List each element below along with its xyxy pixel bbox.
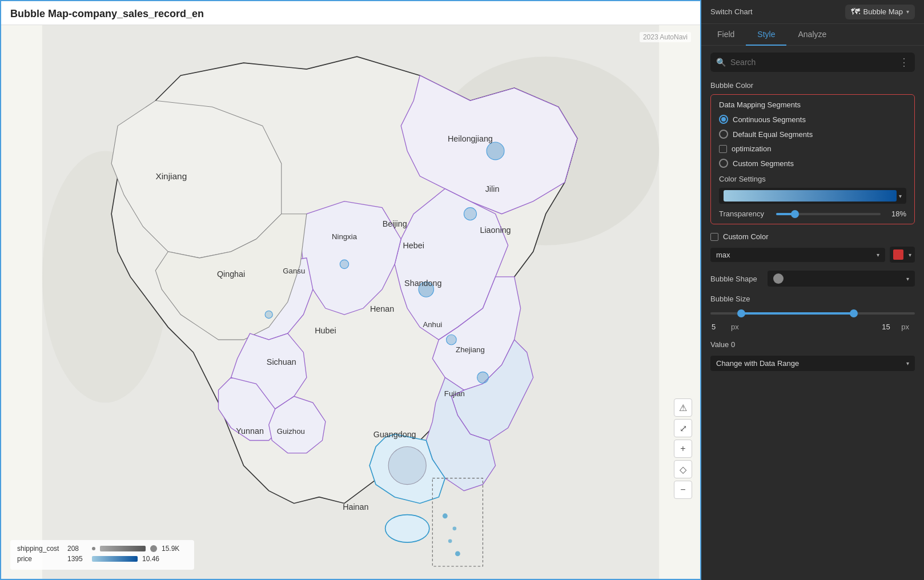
legend-price-bar: [92, 556, 138, 562]
option-continuous[interactable]: Continuous Segments: [719, 115, 906, 124]
data-range-label: Change with Data Range: [716, 359, 799, 368]
legend-price-label: price: [17, 555, 63, 563]
value-label: Value 0: [701, 337, 924, 352]
bubble-size-thumb-right[interactable]: [850, 309, 858, 317]
bubble-size-track: [710, 312, 915, 315]
bubble-size-thumb-left[interactable]: [737, 309, 745, 317]
custom-color-checkbox[interactable]: [710, 233, 718, 241]
data-range-selector[interactable]: Change with Data Range ▾: [710, 356, 915, 371]
bubble-size-max-val: 15: [882, 323, 899, 331]
tabs: Field Style Analyze: [701, 24, 924, 46]
swatch-dropdown-arrow: ▾: [909, 252, 911, 258]
map-content: Heilongjiang Jilin Liaoning Beijing Hebe…: [1, 25, 700, 579]
map-zoom-out-btn[interactable]: −: [674, 481, 692, 499]
svg-point-9: [487, 142, 504, 160]
radio-continuous[interactable]: [719, 115, 728, 124]
svg-text:Guangdong: Guangdong: [373, 430, 416, 439]
gradient-dropdown-arrow: ▾: [899, 193, 902, 199]
svg-point-8: [455, 551, 460, 557]
option-default-equal[interactable]: Default Equal Segments: [719, 130, 906, 139]
svg-point-12: [447, 335, 457, 345]
shape-icon: [773, 273, 784, 284]
svg-point-3: [385, 515, 429, 543]
bubble-shape-row: Bubble Shape ▾: [701, 265, 924, 292]
svg-point-14: [340, 260, 348, 268]
option-custom[interactable]: Custom Segments: [719, 159, 906, 168]
option-optimization[interactable]: optimization: [719, 144, 906, 153]
legend-price-min: 1395: [67, 555, 87, 563]
map-compass-btn[interactable]: ◇: [674, 460, 692, 478]
transparency-value: 18%: [886, 210, 906, 218]
chart-icon: 🗺: [851, 7, 860, 17]
radio-custom[interactable]: [719, 159, 728, 168]
svg-text:Guizhou: Guizhou: [277, 427, 305, 436]
transparency-label: Transparency: [719, 210, 770, 218]
svg-text:Anhui: Anhui: [423, 320, 442, 329]
svg-text:Ningxia: Ningxia: [332, 232, 357, 241]
top-bar: Switch Chart 🗺 Bubble Map ▾: [701, 0, 924, 24]
tab-analyze[interactable]: Analyze: [786, 24, 838, 46]
transparency-row: Transparency 18%: [719, 210, 906, 218]
svg-text:Hainan: Hainan: [343, 502, 368, 511]
svg-text:Gansu: Gansu: [283, 267, 305, 275]
tab-style[interactable]: Style: [746, 24, 786, 46]
svg-text:Beijing: Beijing: [383, 219, 407, 228]
map-svg: Heilongjiang Jilin Liaoning Beijing Hebe…: [1, 25, 700, 579]
max-dropdown[interactable]: max ▾: [710, 248, 885, 262]
search-input[interactable]: [730, 58, 894, 67]
legend-shipping-min: 208: [67, 545, 87, 553]
switch-chart-label: Switch Chart: [710, 7, 753, 16]
svg-text:Qinghai: Qinghai: [217, 269, 245, 279]
bubble-size-slider[interactable]: [710, 308, 915, 319]
custom-color-label: Custom Color: [723, 232, 768, 241]
map-copyright: 2023 AutoNavi: [640, 32, 691, 42]
color-gradient-selector[interactable]: ▾: [719, 188, 906, 204]
map-expand-btn[interactable]: ⤢: [674, 419, 692, 437]
data-mapping-title: Data Mapping Segments: [719, 100, 906, 109]
search-more-icon[interactable]: ⋮: [899, 56, 909, 69]
color-swatch: [893, 249, 903, 260]
legend-shipping-dot-large: [150, 545, 157, 552]
transparency-thumb[interactable]: [791, 210, 799, 218]
custom-color-row: Custom Color: [701, 227, 924, 244]
label-default-equal: Default Equal Segments: [733, 130, 813, 139]
label-custom: Custom Segments: [733, 159, 794, 168]
svg-text:Yunnan: Yunnan: [236, 426, 264, 436]
chart-type-label: Bubble Map: [863, 7, 903, 16]
bubble-size-unit-right: px: [901, 323, 909, 331]
radio-default-equal[interactable]: [719, 130, 728, 139]
bubble-size-label: Bubble Size: [710, 295, 915, 303]
map-zoom-in-btn[interactable]: +: [674, 440, 692, 458]
shape-selector[interactable]: ▾: [768, 271, 915, 287]
chart-dropdown-arrow: ▾: [906, 9, 909, 15]
label-continuous: Continuous Segments: [733, 115, 806, 124]
max-dropdown-arrow: ▾: [877, 252, 879, 258]
bubble-size-values: 5 px 15 px: [710, 323, 915, 331]
svg-text:Henan: Henan: [370, 304, 394, 313]
color-swatch-dropdown[interactable]: ▾: [890, 247, 915, 263]
tab-field[interactable]: Field: [706, 24, 746, 46]
svg-text:Zhejiang: Zhejiang: [456, 345, 485, 354]
legend-shipping-max: 15.9K: [162, 545, 187, 553]
svg-point-16: [388, 447, 426, 485]
map-legend: shipping_cost 208 15.9K price 1395 10.46: [10, 540, 194, 570]
svg-text:Hubei: Hubei: [315, 326, 336, 335]
bubble-size-section: Bubble Size 5 px 15 px: [701, 292, 924, 337]
color-settings-label: Color Settings: [719, 175, 906, 183]
bubble-size-min-val: 5: [712, 323, 729, 331]
svg-text:Xinjiang: Xinjiang: [155, 171, 187, 181]
legend-shipping-dot-small: [92, 547, 95, 550]
svg-point-5: [443, 513, 448, 518]
label-optimization: optimization: [732, 144, 771, 153]
data-mapping-box: Data Mapping Segments Continuous Segment…: [710, 94, 915, 224]
map-container: Bubble Map-company_sales_record_en: [0, 0, 701, 580]
right-panel: Switch Chart 🗺 Bubble Map ▾ Field Style …: [701, 0, 924, 580]
checkbox-optimization[interactable]: [719, 145, 727, 153]
transparency-slider[interactable]: [776, 213, 881, 215]
max-label: max: [716, 251, 730, 259]
svg-point-10: [464, 208, 476, 220]
chart-type-selector[interactable]: 🗺 Bubble Map ▾: [845, 5, 915, 19]
map-warning-btn[interactable]: ⚠: [674, 398, 692, 417]
svg-text:Shandong: Shandong: [404, 279, 441, 288]
data-range-row: Change with Data Range ▾: [701, 352, 924, 374]
